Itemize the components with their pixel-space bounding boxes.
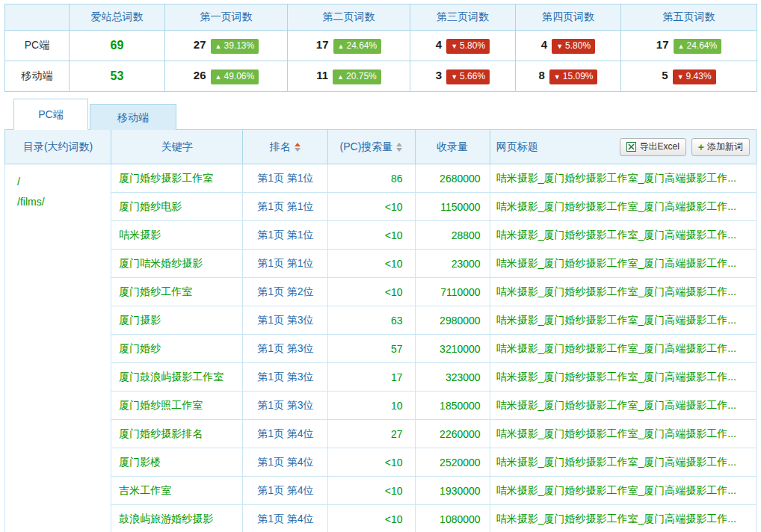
arrow-down-icon: ▼	[451, 43, 457, 50]
keyword-cell: 厦门婚纱摄影排名	[111, 420, 243, 448]
keyword-cell: 厦门婚纱工作室	[111, 278, 243, 306]
search-volume-cell: 10	[328, 392, 415, 420]
rank-link[interactable]: 第1页 第2位	[257, 285, 313, 297]
rank-link[interactable]: 第1页 第1位	[257, 257, 313, 269]
word-count: 4	[436, 38, 442, 51]
directory-link[interactable]: /films/	[17, 192, 106, 212]
keyword-link[interactable]: 厦门婚纱摄影工作室	[119, 172, 213, 184]
search-volume-cell: 17	[328, 363, 415, 392]
page-title-cell: 咭米摄影_厦门婚纱摄影工作室_厦门高端摄影工作...	[490, 193, 756, 221]
keyword-link[interactable]: 厦门摄影	[119, 314, 161, 326]
export-excel-button[interactable]: 导出Excel	[620, 138, 685, 156]
word-count: 17	[656, 38, 669, 51]
rank-cell: 第1页 第1位	[243, 164, 328, 193]
keyword-link[interactable]: 厦门影楼	[119, 456, 161, 468]
rank-cell: 第1页 第1位	[243, 250, 328, 278]
page-title-cell: 咭米摄影_厦门婚纱摄影工作室_厦门高端摄影工作...	[490, 306, 756, 335]
search-volume-cell: 57	[328, 335, 415, 363]
header-keyword: 关键字	[111, 130, 243, 164]
word-count: 26	[194, 69, 206, 81]
page-title-cell: 咭米摄影_厦门婚纱摄影工作室_厦门高端摄影工作...	[490, 335, 756, 363]
arrow-down-icon: ▼	[451, 73, 457, 81]
word-count: 5	[662, 69, 668, 81]
rank-link[interactable]: 第1页 第3位	[257, 314, 313, 326]
sort-rank-icon[interactable]	[295, 141, 301, 153]
keyword-cell: 厦门婚纱	[111, 335, 243, 363]
change-badge-up: ▲20.75%	[333, 69, 381, 84]
add-keyword-button[interactable]: + 添加新词	[691, 138, 750, 156]
search-volume-cell: <10	[328, 477, 415, 505]
keyword-link[interactable]: 厦门婚纱电影	[119, 200, 182, 212]
rank-link[interactable]: 第1页 第3位	[257, 371, 313, 383]
rank-link[interactable]: 第1页 第3位	[257, 399, 313, 411]
change-badge-up: ▲24.64%	[674, 39, 722, 54]
sort-search-volume-icon[interactable]	[396, 141, 403, 153]
keyword-cell: 厦门婚纱照工作室	[111, 392, 243, 420]
row-label-mobile: 移动端	[5, 61, 70, 92]
search-volume-cell: 27	[328, 420, 415, 448]
keyword-link[interactable]: 吉米工作室	[119, 484, 171, 496]
table-row: //films/ 厦门婚纱摄影工作室 第1页 第1位 86 2680000 咭米…	[5, 164, 757, 193]
keyword-link[interactable]: 鼓浪屿旅游婚纱摄影	[119, 513, 213, 525]
table-row: 厦门影楼 第1页 第4位 <10 2520000 咭米摄影_厦门婚纱摄影工作室_…	[5, 448, 757, 477]
arrow-down-icon: ▼	[556, 43, 563, 50]
change-percent: 5.80%	[460, 40, 485, 51]
change-badge-up: ▲39.13%	[211, 39, 259, 54]
keyword-cell: 咭米摄影	[111, 221, 243, 250]
rank-link[interactable]: 第1页 第4位	[257, 484, 313, 496]
page-title-cell: 咭米摄影_厦门婚纱摄影工作室_厦门高端摄影工作...	[490, 477, 756, 505]
rank-cell: 第1页 第1位	[243, 221, 328, 250]
table-row: 厦门婚纱工作室 第1页 第2位 <10 7110000 咭米摄影_厦门婚纱摄影工…	[5, 278, 757, 306]
arrow-up-icon: ▲	[215, 43, 222, 50]
change-percent: 49.06%	[224, 71, 254, 81]
rank-link[interactable]: 第1页 第3位	[257, 342, 313, 354]
tab-mobile[interactable]: 移动端	[90, 104, 176, 130]
word-count: 8	[539, 69, 545, 81]
table-row: 厦门鼓浪屿摄影工作室 第1页 第3位 17 323000 咭米摄影_厦门婚纱摄影…	[5, 363, 757, 392]
word-count: 11	[316, 69, 328, 81]
search-volume-cell: <10	[328, 250, 415, 278]
index-count-cell: 23000	[415, 250, 490, 278]
keyword-link[interactable]: 厦门鼓浪屿摄影工作室	[119, 371, 224, 383]
summary-table: 爱站总词数 第一页词数 第二页词数 第三页词数 第四页词数 第五页词数 PC端 …	[4, 4, 757, 92]
column-header-page3: 第三页词数	[410, 4, 516, 31]
rank-cell: 第1页 第4位	[243, 477, 328, 505]
page-word-count-cell: 27▲39.13%	[165, 31, 288, 61]
keyword-link[interactable]: 厦门婚纱照工作室	[119, 399, 203, 411]
rank-link[interactable]: 第1页 第1位	[257, 172, 313, 184]
rank-link[interactable]: 第1页 第1位	[257, 229, 313, 241]
directory-link[interactable]: /	[17, 172, 106, 192]
change-percent: 24.64%	[686, 40, 717, 51]
keyword-link[interactable]: 厦门咭米婚纱摄影	[119, 257, 203, 269]
keyword-link[interactable]: 厦门婚纱	[119, 342, 161, 354]
header-indexed: 收录量	[415, 130, 490, 164]
keyword-link[interactable]: 厦门婚纱工作室	[119, 285, 192, 297]
total-word-count-pc: 69	[70, 31, 165, 61]
keyword-link[interactable]: 厦门婚纱摄影排名	[119, 427, 203, 439]
word-count: 3	[436, 69, 442, 81]
change-percent: 5.66%	[460, 71, 485, 81]
change-badge-up: ▲24.64%	[333, 39, 382, 54]
page-title-cell: 咭米摄影_厦门婚纱摄影工作室_厦门高端摄影工作...	[490, 363, 756, 392]
rank-cell: 第1页 第4位	[243, 505, 328, 532]
rank-link[interactable]: 第1页 第4位	[257, 456, 313, 468]
word-count: 17	[316, 38, 329, 51]
rank-link[interactable]: 第1页 第4位	[257, 427, 313, 439]
page-word-count-cell: 4▼5.80%	[410, 31, 516, 61]
plus-icon: +	[698, 141, 704, 153]
column-header-page2: 第二页词数	[288, 4, 410, 31]
index-count-cell: 7110000	[415, 278, 490, 306]
word-count: 27	[194, 38, 206, 51]
change-badge-up: ▲49.06%	[211, 69, 259, 84]
keyword-cell: 厦门鼓浪屿摄影工作室	[111, 363, 243, 392]
table-row: 鼓浪屿旅游婚纱摄影 第1页 第4位 <10 1080000 咭米摄影_厦门婚纱摄…	[5, 505, 757, 532]
rank-link[interactable]: 第1页 第4位	[257, 513, 313, 525]
tab-pc[interactable]: PC端	[13, 99, 88, 130]
table-row: 咭米摄影 第1页 第1位 <10 28800 咭米摄影_厦门婚纱摄影工作室_厦门…	[5, 221, 757, 250]
rank-link[interactable]: 第1页 第1位	[257, 200, 313, 212]
rank-cell: 第1页 第2位	[243, 278, 328, 306]
column-header-page5: 第五页词数	[621, 4, 757, 31]
rank-cell: 第1页 第1位	[243, 193, 328, 221]
keyword-link[interactable]: 咭米摄影	[119, 229, 161, 241]
search-volume-cell: <10	[328, 278, 415, 306]
